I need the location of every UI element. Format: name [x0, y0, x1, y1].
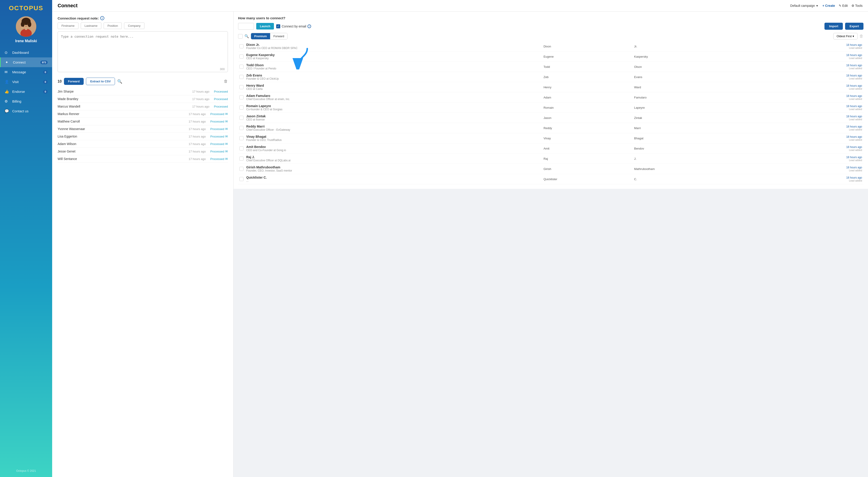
list-row[interactable]: Jim Sharpe 17 hours ago Processed [58, 88, 228, 95]
user-checkbox[interactable] [240, 116, 244, 120]
connect-count-input[interactable] [238, 23, 254, 30]
info-icon-small: i [308, 25, 311, 28]
user-firstname: Romain [544, 106, 554, 109]
sidebar-item-billing[interactable]: ⚙ Billing [0, 96, 52, 106]
user-lastname-cell: Marri [632, 123, 761, 133]
users-table: Dixon Jr. Founder Co CEO at ROMAN DBDR S… [238, 41, 864, 184]
table-row[interactable]: Raj J. Chief Executive Officer at DQLabs… [238, 154, 864, 164]
user-firstname-cell: Romain [542, 102, 633, 113]
sidebar-item-label: Dashboard [12, 51, 48, 55]
table-row[interactable]: Adam Famularo Chief Executive Officer at… [238, 92, 864, 102]
list-row-time: 17 hours ago [189, 142, 206, 146]
note-textarea[interactable] [58, 31, 228, 72]
user-checkbox[interactable] [240, 65, 244, 69]
campaign-select[interactable]: Default campaign ▾ [790, 4, 818, 7]
list-row[interactable]: Markus Renner 17 hours ago Processed ✉ [58, 110, 228, 118]
list-row[interactable]: Matthew Carroll 17 hours ago Processed ✉ [58, 118, 228, 125]
user-time-cell: 18 hours ago Lead added [761, 113, 864, 123]
user-checkbox[interactable] [240, 167, 244, 171]
connect-email-checkbox[interactable]: ✓ [276, 24, 280, 28]
user-checkbox[interactable] [240, 106, 244, 110]
table-row[interactable]: Romain Lapeyre Co-founder & CEO at Gorgi… [238, 102, 864, 113]
table-row[interactable]: Zeb Evans Founder & CEO at ClickUp Zeb E… [238, 72, 864, 82]
svg-rect-6 [25, 28, 27, 30]
sidebar-item-message[interactable]: ✉ Message 0 [0, 67, 52, 77]
list-row-name: Matthew Carroll [58, 120, 189, 123]
filter-premium-button[interactable]: Premium [251, 33, 270, 39]
table-row[interactable]: Reddy Marri Chief Executive Officer - Ev… [238, 123, 864, 133]
sidebar-item-endorse[interactable]: 👍 Endorse 0 [0, 87, 52, 96]
connect-email-text: Connect by email [282, 25, 306, 28]
list-row[interactable]: Jesse Genet 17 hours ago Processed ✉ [58, 148, 228, 155]
table-row[interactable]: Todd Olson CEO / Founder at Pendo Todd O… [238, 62, 864, 72]
user-checkbox[interactable] [240, 95, 244, 99]
filter-forward-button[interactable]: Forward [270, 33, 287, 39]
list-row[interactable]: Marcus Wandell 17 hours ago Processed [58, 103, 228, 110]
user-time: 18 hours ago [763, 135, 862, 139]
table-row[interactable]: Amit Bendov CEO and Co-Founder at Gong.i… [238, 143, 864, 154]
lead-added-badge: Lead added [763, 139, 862, 141]
user-time-cell: 18 hours ago Lead added [761, 123, 864, 133]
company-placeholder[interactable]: Company [124, 23, 145, 29]
list-search-button[interactable]: 🔍 [117, 79, 122, 84]
user-checkbox[interactable] [240, 75, 244, 79]
user-checkbox[interactable] [240, 44, 244, 48]
list-row[interactable]: Yvonne Wassenaar 17 hours ago Processed … [58, 125, 228, 133]
user-checkbox[interactable] [240, 146, 244, 150]
table-row[interactable]: Vinay Bhagat Founder & CEO, TrustRadius … [238, 133, 864, 143]
logo-text: OCTOPUS [9, 4, 43, 11]
user-lastname-cell: Kaspersky [632, 52, 761, 62]
table-row[interactable]: Dixon Jr. Founder Co CEO at ROMAN DBDR S… [238, 41, 864, 52]
forward-button[interactable]: Forward [64, 78, 84, 85]
list-row-name: Adam Wilson [58, 142, 189, 146]
tools-button[interactable]: ⚙ Tools [851, 4, 863, 7]
table-row[interactable]: Henry Ward CEO at Carta Henry Ward 18 ho… [238, 82, 864, 92]
edit-button[interactable]: ✎ Edit [839, 4, 848, 7]
lastname-placeholder[interactable]: Lastname [81, 23, 101, 29]
launch-button[interactable]: Launch [256, 23, 274, 30]
position-placeholder[interactable]: Position [104, 23, 122, 29]
user-subtitle: Founder & CEO, TrustRadius [246, 139, 541, 142]
import-button[interactable]: Import [825, 23, 843, 30]
sort-dropdown[interactable]: Oldest First ▾ [833, 33, 858, 39]
user-checkbox[interactable] [240, 85, 244, 89]
user-time-cell: 18 hours ago Lead added [761, 41, 864, 52]
list-delete-button[interactable]: 🗑 [224, 79, 228, 84]
user-time-cell: 18 hours ago Lead added [761, 164, 864, 174]
user-time: 18 hours ago [763, 166, 862, 169]
user-lastname-cell: C. [632, 174, 761, 184]
user-checkbox[interactable] [240, 136, 244, 140]
firstname-placeholder[interactable]: Firstname [58, 23, 79, 29]
lead-added-badge: Lead added [763, 159, 862, 161]
sidebar-item-visit[interactable]: 👤 Visit 0 [0, 77, 52, 87]
table-search-icon[interactable]: 🔍 [244, 34, 249, 38]
user-full-name: Zeb Evans [246, 73, 541, 77]
user-lastname: Bhagat [634, 137, 643, 140]
user-checkbox[interactable] [240, 55, 244, 59]
csv-button[interactable]: Extract to CSV [86, 78, 115, 85]
connect-email-label[interactable]: ✓ Connect by email i [276, 24, 311, 28]
table-trash-button[interactable]: 🗑 [859, 34, 864, 38]
user-time-cell: 18 hours ago Lead added [761, 143, 864, 154]
table-row[interactable]: Girish Mathrubootham Founder, CEO, Inves… [238, 164, 864, 174]
sidebar-item-contact[interactable]: 💬 Contact us [0, 106, 52, 116]
user-firstname: Eugene [544, 55, 554, 58]
table-row[interactable]: Eugene Kaspersky CEO at Kaspersky Eugene… [238, 52, 864, 62]
table-row[interactable]: Jason Zintak CEO at 6sense Jason Zintak … [238, 113, 864, 123]
list-row[interactable]: Will Sentance 17 hours ago Processed ✉ [58, 155, 228, 163]
list-row[interactable]: Wade Brantley 17 hours ago Processed [58, 95, 228, 103]
export-button[interactable]: Export [845, 23, 864, 30]
table-row[interactable]: Quicklister C. ... Quicklister C. 18 hou… [238, 174, 864, 184]
user-time-cell: 18 hours ago Lead added [761, 133, 864, 143]
create-button[interactable]: + Create [823, 4, 835, 7]
sidebar-item-dashboard[interactable]: ⊙ Dashboard [0, 48, 52, 57]
select-all-checkbox[interactable] [238, 34, 243, 38]
list-row[interactable]: Lisa Eggerton 17 hours ago Processed ✉ [58, 133, 228, 140]
list-row-time: 17 hours ago [189, 135, 206, 138]
sidebar-item-connect[interactable]: ✦ Connect 973 [0, 57, 52, 67]
user-lastname: C. [634, 177, 637, 181]
user-checkbox[interactable] [240, 156, 244, 161]
list-row[interactable]: Adam Wilson 17 hours ago Processed ✉ [58, 140, 228, 148]
user-checkbox[interactable] [240, 177, 244, 181]
user-checkbox[interactable] [240, 126, 244, 130]
